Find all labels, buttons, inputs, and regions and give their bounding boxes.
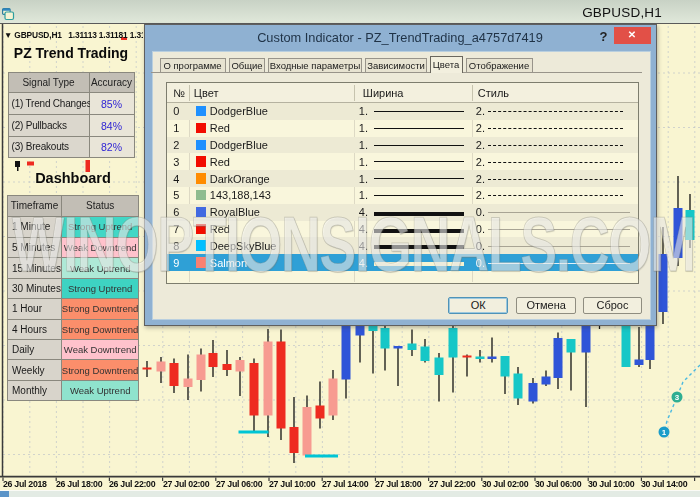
svg-text:1: 1: [662, 428, 667, 437]
svg-text:3: 3: [675, 393, 680, 402]
